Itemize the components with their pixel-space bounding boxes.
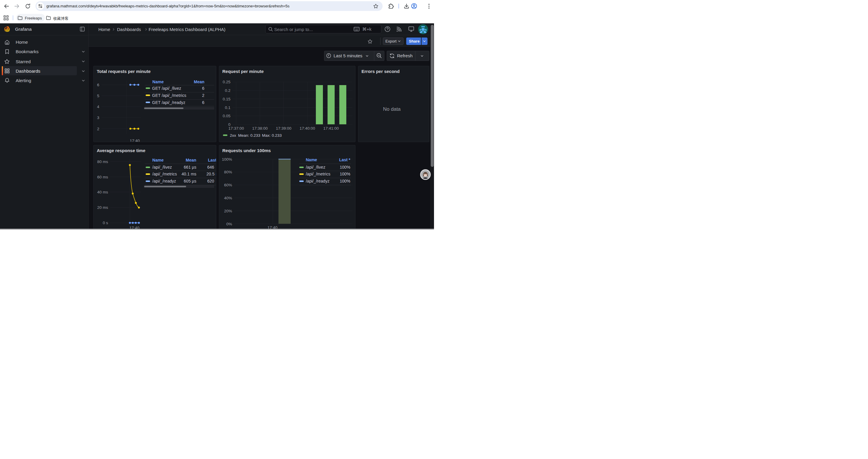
- svg-text:4: 4: [97, 104, 99, 109]
- svg-text:40 ms: 40 ms: [97, 190, 108, 194]
- svg-text:80 ms: 80 ms: [97, 160, 108, 164]
- svg-text:0.2: 0.2: [225, 88, 230, 93]
- svg-text:17:40:00: 17:40:00: [300, 126, 315, 131]
- svg-text:40%: 40%: [224, 196, 232, 200]
- svg-text:0%: 0%: [226, 222, 232, 226]
- svg-text:17:38:00: 17:38:00: [252, 126, 268, 131]
- svg-text:0 s: 0 s: [103, 221, 108, 225]
- svg-text:17:39:00: 17:39:00: [276, 126, 291, 131]
- svg-text:0.05: 0.05: [223, 114, 230, 118]
- svg-text:2: 2: [97, 127, 99, 131]
- svg-text:60%: 60%: [224, 183, 232, 187]
- svg-text:6: 6: [97, 83, 99, 87]
- svg-text:100%: 100%: [222, 157, 232, 162]
- svg-text:20 ms: 20 ms: [97, 205, 108, 210]
- svg-text:0.25: 0.25: [223, 80, 230, 84]
- svg-text:17:37:00: 17:37:00: [228, 126, 244, 131]
- svg-text:0.15: 0.15: [223, 97, 230, 101]
- svg-text:80%: 80%: [224, 170, 232, 174]
- svg-text:3: 3: [97, 116, 99, 120]
- svg-text:5: 5: [97, 94, 99, 98]
- svg-text:Mean: 0.233: Mean: 0.233: [238, 133, 260, 138]
- svg-text:60 ms: 60 ms: [97, 175, 108, 179]
- svg-text:Max: 0.233: Max: 0.233: [262, 133, 282, 138]
- svg-text:0.1: 0.1: [225, 105, 230, 110]
- svg-text:17:40: 17:40: [130, 138, 140, 142]
- svg-text:17:41:00: 17:41:00: [323, 126, 339, 131]
- svg-text:20%: 20%: [224, 209, 232, 213]
- svg-text:2xx: 2xx: [230, 133, 236, 138]
